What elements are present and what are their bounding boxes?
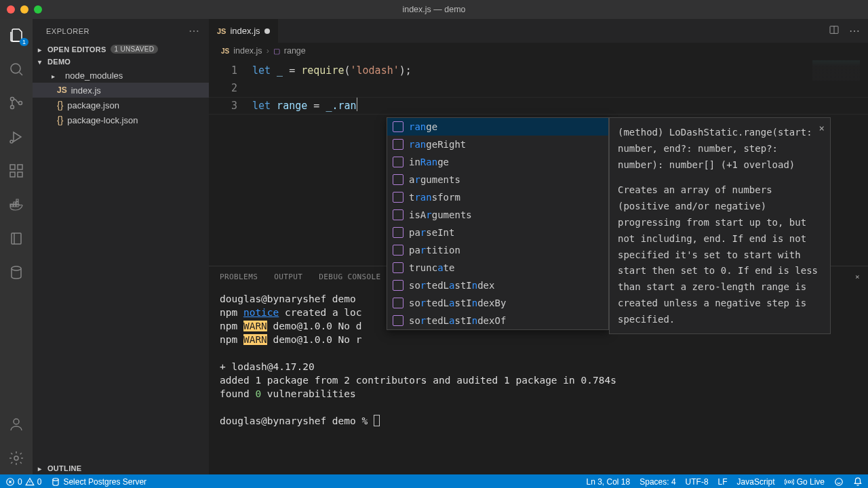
close-icon[interactable]: × [819,121,825,137]
suggest-item[interactable]: truncate [387,259,608,277]
svg-point-17 [835,479,843,486]
suggest-label: range [409,118,437,136]
method-icon [393,298,403,308]
tree-file-package-lock[interactable]: {} package-lock.json [33,113,209,127]
doc-signature: (method) LoDashStatic.range(start: numbe… [618,125,822,173]
suggest-label: inRange [409,153,449,171]
status-go-live[interactable]: Go Live [785,477,825,487]
status-spaces[interactable]: Spaces: 4 [639,477,675,487]
suggest-item[interactable]: arguments [387,171,608,188]
open-editors-label: OPEN EDITORS [47,45,106,54]
activity-bar: 1 [0,19,33,474]
folder-name: DEMO [47,58,71,66]
window-controls[interactable] [7,5,42,14]
editor: JS index.js ⋯ JS index.js › ▢ range 1 2 … [209,19,868,474]
tab-problems[interactable]: PROBLEMS [220,268,258,286]
tree-file-package[interactable]: {} package.json [33,98,209,113]
method-icon [393,121,403,132]
json-icon: {} [57,115,63,125]
tab-bar: JS index.js ⋯ [209,19,868,43]
status-eol[interactable]: LF [718,477,728,487]
js-icon: JS [217,27,226,35]
dirty-icon [264,28,270,34]
book-icon[interactable] [7,229,26,248]
folder-section[interactable]: DEMO [33,56,209,68]
suggest-item[interactable]: parseInt [387,224,608,241]
suggest-item[interactable]: rangeRight [387,136,608,153]
suggest-item[interactable]: transform [387,188,608,206]
editor-more-icon[interactable]: ⋯ [849,24,860,37]
suggest-label: rangeRight [409,136,466,153]
db-icon[interactable] [7,263,26,282]
explorer-badge: 1 [20,38,28,46]
window-title: index.js — demo [0,5,868,14]
suggest-item[interactable]: range [387,118,608,136]
svg-rect-7 [10,172,15,177]
breadcrumb[interactable]: JS index.js › ▢ range [209,43,868,59]
svg-point-11 [14,419,19,424]
chevron-right-icon [38,45,47,54]
method-icon [393,139,403,150]
gear-icon[interactable] [7,449,26,468]
js-icon: JS [57,85,67,95]
tree-label: index.js [71,85,101,96]
search-icon[interactable] [7,60,26,79]
tree-folder-node-modules[interactable]: node_modules [33,68,209,83]
sidebar-title: EXPLORER [46,27,90,35]
status-feedback-icon[interactable] [834,477,844,487]
svg-point-3 [19,102,22,105]
suggest-item[interactable]: isArguments [387,206,608,224]
status-encoding[interactable]: UTF-8 [686,477,709,487]
tab-output[interactable]: OUTPUT [274,268,302,286]
outline-section[interactable]: OUTLINE [33,462,209,474]
tab-debug-console[interactable]: DEBUG CONSOLE [319,268,380,286]
suggest-item[interactable]: sortedLastIndexOf [387,312,608,329]
debug-icon[interactable] [7,127,26,146]
scm-icon[interactable] [7,94,26,113]
status-bar: 0 0 Select Postgres Server Ln 3, Col 18 … [0,474,868,488]
suggest-item[interactable]: inRange [387,153,608,171]
suggest-label: transform [409,188,460,206]
sidebar: EXPLORER ⋯ OPEN EDITORS 1 UNSAVED DEMO n… [33,19,209,474]
svg-point-0 [11,64,20,73]
doc-body: Creates an array of numbers (positive an… [618,182,822,327]
tab-index-js[interactable]: JS index.js [209,19,279,43]
suggest-widget[interactable]: rangerangeRightinRangeargumentstransform… [387,117,609,330]
chevron-right-icon [38,464,47,472]
svg-rect-6 [18,165,22,169]
svg-point-4 [10,140,13,143]
docker-icon[interactable] [7,195,26,214]
suggest-item[interactable]: partition [387,241,608,259]
minimize-icon[interactable] [20,5,28,14]
svg-rect-8 [18,172,22,177]
svg-point-16 [788,481,791,483]
status-lang[interactable]: JavaScript [737,477,775,487]
suggest-label: sortedLastIndexOf [409,312,506,329]
account-icon[interactable] [7,415,26,434]
close-icon[interactable] [7,5,15,14]
panel-close-icon[interactable]: × [855,268,860,286]
status-postgres[interactable]: Select Postgres Server [51,477,146,487]
split-editor-icon[interactable] [829,24,840,37]
suggest-item[interactable]: sortedLastIndex [387,277,608,294]
status-lncol[interactable]: Ln 3, Col 18 [587,477,631,487]
open-editors-section[interactable]: OPEN EDITORS 1 UNSAVED [33,43,209,56]
svg-point-1 [11,98,14,101]
minimap[interactable] [812,60,860,81]
suggest-label: parseInt [409,224,454,241]
status-bell-icon[interactable] [853,477,863,487]
code-area[interactable]: 1 2 3 let _ = require('lodash'); let ran… [209,59,868,474]
svg-point-10 [12,266,21,270]
method-icon [393,192,403,203]
svg-rect-5 [10,165,15,169]
explorer-icon[interactable]: 1 [7,26,26,45]
titlebar: index.js — demo [0,0,868,19]
chevron-right-icon [52,70,61,81]
maximize-icon[interactable] [34,5,42,14]
suggest-item[interactable]: sortedLastIndexBy [387,294,608,312]
extensions-icon[interactable] [7,161,26,180]
status-errors[interactable]: 0 0 [5,477,41,487]
svg-rect-9 [12,233,21,244]
sidebar-more-icon[interactable]: ⋯ [189,24,200,37]
tree-file-index[interactable]: JS index.js [33,83,209,98]
